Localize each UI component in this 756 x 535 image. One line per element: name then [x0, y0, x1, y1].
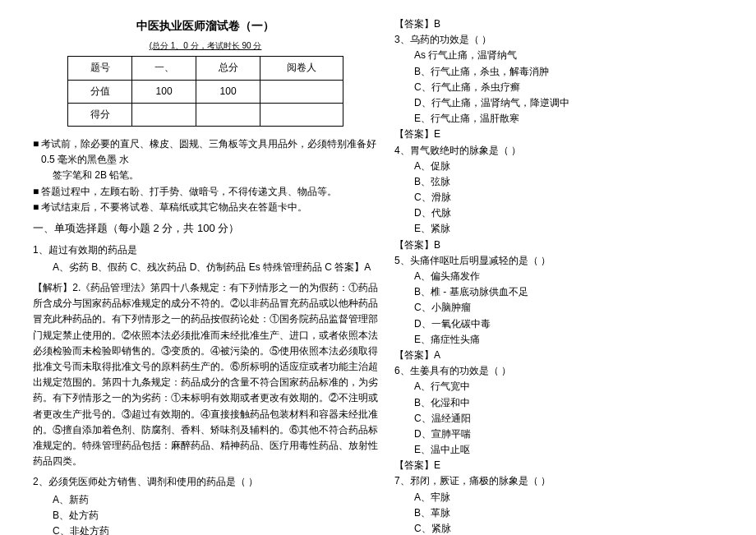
instruction-text: 考试前，除必要的直尺、橡皮、圆规、三角板等文具用品外，必须特别准备好 0.5 毫…	[41, 136, 378, 168]
option: D、行气止痛，温肾纳气，降逆调中	[394, 95, 740, 111]
question-stem: 1、超过有效期的药品是	[33, 242, 378, 258]
answer-label: 【答案】B	[394, 16, 740, 32]
cell	[132, 103, 196, 126]
cell: 100	[132, 80, 196, 103]
option: D、代脉	[394, 205, 740, 221]
analysis-block: 【解析】2.《药品管理法》第四十八条规定：有下列情形之一的为假药：①药品所含成分…	[33, 280, 378, 469]
option: A、偏头痛发作	[394, 269, 740, 284]
question-stem: 2、必须凭医师处方销售、调剂和使用的药品是（ ）	[33, 474, 378, 490]
option: E、痛症性头痛	[394, 332, 740, 348]
cell	[260, 103, 343, 126]
option: A、新药	[33, 492, 378, 508]
option: A、行气宽中	[394, 379, 740, 394]
option: C、温经通阳	[394, 411, 740, 427]
option: A、促脉	[394, 159, 740, 174]
cell: 总分	[196, 57, 260, 80]
option: D、宣肺平喘	[394, 427, 740, 442]
exam-title: 中医执业医师溜试卷（一）	[33, 16, 378, 35]
option: B、化湿和中	[394, 395, 740, 411]
answer-label: 【答案】E	[394, 458, 740, 473]
answer-label: 【答案】B	[394, 238, 740, 253]
option: B、弦脉	[394, 174, 740, 190]
option: B、行气止痛，杀虫，解毒消肿	[394, 64, 740, 80]
cell: 100	[196, 80, 260, 103]
answer-label: 【答案】A	[394, 348, 740, 363]
option: E、紧脉	[394, 221, 740, 237]
question-stem: 6、生姜具有的功效是（ ）	[394, 363, 740, 379]
option: E、温中止呕	[394, 442, 740, 458]
square-bullet-icon: ■	[33, 184, 41, 200]
exam-page: 中医执业医师溜试卷（一） (总分 1、0 分，考试时长 90 分 题号 一、 总…	[0, 0, 756, 535]
cell: 一、	[132, 57, 196, 80]
table-row: 得分	[68, 103, 343, 126]
option: C、非处方药	[33, 523, 378, 535]
question-stem: 7、邪闭，厥证，痛极的脉象是（ ）	[394, 473, 740, 489]
square-bullet-icon: ■	[33, 200, 41, 215]
right-column: 【答案】B 3、乌药的功效是（ ） As 行气止痛，温肾纳气 B、行气止痛，杀虫…	[386, 16, 748, 527]
cell	[196, 103, 260, 126]
section-heading: 一、单项选择题（每小题 2 分，共 100 分）	[33, 220, 378, 238]
option: C、行气止痛，杀虫疗癣	[394, 80, 740, 95]
cell: 得分	[68, 103, 132, 126]
option: As 行气止痛，温肾纳气	[394, 48, 740, 63]
question-1: 1、超过有效期的药品是 A、劣药 B、假药 C、残次药品 D、仿制药品 Es 特…	[33, 242, 378, 275]
option: B、处方药	[33, 508, 378, 523]
instructions: ■ 考试前，除必要的直尺、橡皮、圆规、三角板等文具用品外，必须特别准备好 0.5…	[33, 136, 378, 215]
question-stem: 3、乌药的功效是（ ）	[394, 32, 740, 48]
cell: 分值	[68, 80, 132, 103]
cell: 题号	[68, 57, 132, 80]
cell: 阅卷人	[260, 57, 343, 80]
instruction-text: 答题过程中，左顾右盼、打手势、做暗号，不得传递文具、物品等。	[41, 184, 337, 200]
question-stem: 4、胃气败绝时的脉象是（ ）	[394, 143, 740, 159]
question-2: 2、必须凭医师处方销售、调剂和使用的药品是（ ） A、新药 B、处方药 C、非处…	[33, 474, 378, 535]
answer-label: 【答案】E	[394, 127, 740, 142]
instruction-text: 签字笔和 2B 铅笔。	[41, 168, 139, 183]
option: C、滑脉	[394, 190, 740, 205]
left-column: 中医执业医师溜试卷（一） (总分 1、0 分，考试时长 90 分 题号 一、 总…	[25, 16, 386, 527]
table-row: 题号 一、 总分 阅卷人	[68, 57, 343, 80]
option: D、一氧化碳中毒	[394, 316, 740, 332]
instruction-text: 考试结束后，不要将试卷、草稿纸或其它物品夹在答题卡中。	[41, 200, 307, 215]
question-stem: 5、头痛伴呕吐后明显减轻的是（ ）	[394, 253, 740, 269]
table-row: 分值 100 100	[68, 80, 343, 103]
option: C、小脑肿瘤	[394, 300, 740, 316]
option: A、牢脉	[394, 490, 740, 505]
cell	[260, 80, 343, 103]
score-table: 题号 一、 总分 阅卷人 分值 100 100 得分	[67, 56, 343, 127]
question-options: A、劣药 B、假药 C、残次药品 D、仿制药品 Es 特殊管理药品 C 答案】A	[33, 260, 378, 275]
exam-subtitle: (总分 1、0 分，考试时长 90 分	[33, 39, 378, 53]
option: E、行气止痛，温肝散寒	[394, 111, 740, 127]
option: C、紧脉	[394, 521, 740, 535]
option: B、革脉	[394, 505, 740, 521]
square-bullet-icon: ■	[33, 136, 41, 152]
option: B、椎 - 基底动脉供血不足	[394, 284, 740, 300]
